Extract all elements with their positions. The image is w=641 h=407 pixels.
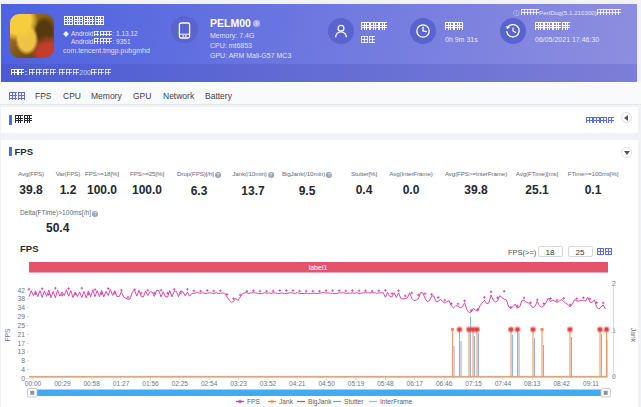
- svg-text:21: 21: [17, 331, 25, 338]
- svg-text:8: 8: [21, 357, 25, 364]
- svg-text:04:21: 04:21: [289, 380, 306, 387]
- svg-text:09:11: 09:11: [583, 380, 599, 387]
- svg-text:00:29: 00:29: [54, 380, 71, 387]
- svg-text:07:44: 07:44: [495, 380, 512, 387]
- svg-text:06:17: 06:17: [407, 380, 424, 387]
- svg-text:Jank: Jank: [630, 328, 637, 343]
- svg-text:03:23: 03:23: [230, 380, 247, 387]
- svg-text:FPS: FPS: [247, 398, 260, 405]
- svg-text:00:00: 00:00: [25, 380, 42, 387]
- svg-text:38: 38: [17, 295, 25, 302]
- svg-text:01:56: 01:56: [142, 380, 159, 387]
- svg-text:05:48: 05:48: [377, 380, 394, 387]
- svg-text:2: 2: [612, 280, 616, 287]
- svg-text:08:42: 08:42: [553, 380, 570, 387]
- svg-text:07:15: 07:15: [465, 380, 482, 387]
- svg-text:34: 34: [17, 304, 25, 311]
- svg-text:03:52: 03:52: [260, 380, 277, 387]
- svg-text:05:19: 05:19: [348, 380, 365, 387]
- svg-text:29: 29: [17, 313, 25, 320]
- svg-text:4: 4: [21, 366, 25, 373]
- svg-text:02:25: 02:25: [172, 380, 189, 387]
- svg-text:01:27: 01:27: [113, 380, 130, 387]
- svg-text:Stutter: Stutter: [344, 398, 364, 405]
- svg-text:08:13: 08:13: [524, 380, 541, 387]
- svg-text:02:54: 02:54: [201, 380, 218, 387]
- svg-text:BigJank: BigJank: [308, 398, 332, 406]
- svg-text:FPS: FPS: [4, 328, 11, 342]
- svg-text:06:46: 06:46: [436, 380, 453, 387]
- svg-text:04:50: 04:50: [318, 380, 335, 387]
- svg-text:InterFrame: InterFrame: [380, 398, 413, 405]
- svg-text:00:58: 00:58: [83, 380, 100, 387]
- svg-text:17: 17: [17, 340, 25, 347]
- svg-text:25: 25: [17, 322, 25, 329]
- svg-text:13: 13: [17, 348, 25, 355]
- svg-text:Jank: Jank: [279, 398, 294, 405]
- svg-text:42: 42: [17, 287, 25, 294]
- svg-text:label1: label1: [309, 264, 328, 271]
